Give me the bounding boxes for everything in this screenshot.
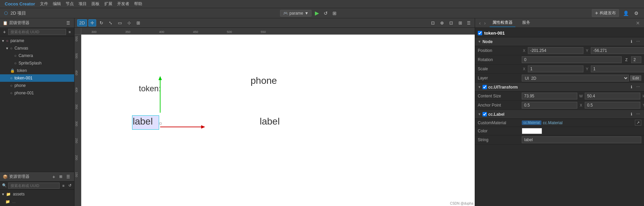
tree-item-camera[interactable]: ▶ ○ Camera xyxy=(0,52,74,59)
assets-menu-button[interactable]: ☰ xyxy=(65,173,71,180)
hierarchy-search-input[interactable] xyxy=(8,29,66,35)
uitransform-checkbox[interactable] xyxy=(482,85,487,89)
refresh-button[interactable]: ↺ xyxy=(322,10,329,17)
anchor-x-input[interactable] xyxy=(522,102,577,109)
cclabel-info-button[interactable]: ℹ xyxy=(629,111,634,117)
node-enable-checkbox[interactable] xyxy=(478,31,482,35)
scene-dropdown[interactable]: 🎮 parame ▼ xyxy=(280,10,312,17)
position-x-input[interactable] xyxy=(528,47,583,54)
content-size-label: Content Size xyxy=(478,94,522,98)
scene-settings-3[interactable]: ⊡ xyxy=(447,19,455,26)
assets-filter-button[interactable]: ≡ xyxy=(61,183,66,188)
gizmo-x-arrow[interactable] xyxy=(158,122,206,132)
tree-item-assets-sub[interactable]: 📁 ... xyxy=(0,198,74,205)
tab-properties[interactable]: 属性检查器 xyxy=(490,19,515,27)
parame-icon: ○ xyxy=(6,39,8,43)
inspector-forward-button[interactable]: › xyxy=(483,20,487,26)
anchor-point-label: Anchor Point xyxy=(478,103,522,108)
inspector-back-button[interactable]: ‹ xyxy=(478,20,482,26)
scene-canvas[interactable]: 300 350 400 450 500 550 550 500 450 400 … xyxy=(74,28,475,206)
scale-y-input[interactable] xyxy=(591,65,644,72)
assets-list-button[interactable]: ⊞ xyxy=(58,173,64,180)
anchor-x-suffix[interactable]: X xyxy=(579,103,583,107)
menu-node[interactable]: 节点 xyxy=(64,0,76,7)
rotate-tool-button[interactable]: ↻ xyxy=(98,19,105,26)
position-x-suffix[interactable]: X xyxy=(522,49,527,53)
build-publish-button[interactable]: ✈ 构建发布 xyxy=(592,9,619,17)
layout-button[interactable]: ⊞ xyxy=(331,10,338,17)
tab-services[interactable]: 服务 xyxy=(519,19,533,27)
tree-item-spritesplash[interactable]: ▶ ○ SpriteSplash xyxy=(0,59,74,67)
menu-developer[interactable]: 开发者 xyxy=(115,0,131,7)
hierarchy-menu-button[interactable]: ☰ xyxy=(65,20,71,26)
menu-extend[interactable]: 扩展 xyxy=(102,0,114,7)
label-node-selected[interactable]: label xyxy=(133,116,153,127)
menu-help[interactable]: 帮助 xyxy=(132,0,144,7)
uitransform-info-button[interactable]: ℹ xyxy=(629,84,634,90)
rotation-label: Rotation xyxy=(478,57,522,62)
tree-item-assets[interactable]: ▼ 📁 assets xyxy=(0,190,74,198)
content-size-h-input[interactable] xyxy=(585,93,640,99)
user-button[interactable]: 👤 xyxy=(622,10,630,17)
string-input[interactable] xyxy=(522,136,641,143)
layer-edit-button[interactable]: Edit xyxy=(630,75,641,81)
mode-2d-button[interactable]: 2D xyxy=(77,19,87,26)
uitransform-more-button[interactable]: ⋯ xyxy=(635,84,641,90)
rotation-input[interactable] xyxy=(522,56,622,63)
menu-file[interactable]: 文件 xyxy=(38,0,50,7)
scale-y-suffix[interactable]: Y xyxy=(585,67,589,71)
play-button[interactable]: ▶ xyxy=(314,9,320,17)
label-node-right[interactable]: label xyxy=(260,116,280,127)
uitransform-section-header[interactable]: ▼ cc.UITransform ℹ ⋯ xyxy=(475,83,644,92)
assets-add-button[interactable]: + xyxy=(51,173,57,180)
scale-x-suffix[interactable]: X xyxy=(522,67,527,71)
hierarchy-list-icon[interactable]: ≡ xyxy=(67,29,72,35)
hierarchy-title: 层级管理器 xyxy=(9,20,29,26)
scale-x-input[interactable] xyxy=(528,65,583,72)
node-section-header[interactable]: ▼ Node ℹ ⋯ xyxy=(475,37,644,46)
scale-tool-button[interactable]: ⤡ xyxy=(107,19,114,26)
ruler-mark-400-v: 400 xyxy=(75,87,78,92)
scene-settings-2[interactable]: ⊕ xyxy=(438,19,446,26)
tree-item-token[interactable]: ▶ 🔒 token xyxy=(0,67,74,74)
content-size-h-suffix[interactable]: H xyxy=(642,94,644,98)
content-size-w-suffix[interactable]: W xyxy=(579,94,583,98)
rect-tool-button[interactable]: ▭ xyxy=(116,19,124,26)
tree-item-phone-001[interactable]: ▶ ○ phone-001 xyxy=(0,89,74,97)
cclabel-section-header[interactable]: ▼ cc.Label ℹ ⋯ xyxy=(475,110,644,119)
scene-settings-4[interactable]: ⊞ xyxy=(456,19,464,26)
anchor-y-input[interactable] xyxy=(585,102,640,109)
canvas-content[interactable]: token: phone label label xyxy=(81,35,475,206)
tree-item-parame[interactable]: ▼ ○ parame xyxy=(0,37,74,44)
node-more-button[interactable]: ⋯ xyxy=(635,39,641,44)
scene-menu-button[interactable]: ☰ xyxy=(466,20,472,26)
position-y-suffix[interactable]: Y xyxy=(585,49,589,53)
cclabel-checkbox[interactable] xyxy=(482,112,487,116)
inspector-close-button[interactable]: ✕ xyxy=(635,20,641,26)
menu-project[interactable]: 项目 xyxy=(77,0,89,7)
tree-item-phone[interactable]: ▶ ○ phone xyxy=(0,82,74,89)
add-node-button[interactable]: + xyxy=(2,29,7,35)
tree-item-canvas[interactable]: ▼ ○ Canvas xyxy=(0,44,74,52)
assets-refresh-button[interactable]: ↺ xyxy=(67,183,73,188)
snap-tool-button[interactable]: ⊞ xyxy=(134,19,142,26)
transform-tool-button[interactable]: ⊹ xyxy=(125,19,133,26)
tree-item-token-001[interactable]: ▶ ○ token-001 xyxy=(0,74,74,82)
scene-settings-1[interactable]: ⊡ xyxy=(429,19,437,26)
anchor-y-suffix[interactable]: Y xyxy=(642,103,644,107)
cclabel-more-button[interactable]: ⋯ xyxy=(635,111,641,117)
menu-panel[interactable]: 面板 xyxy=(89,0,102,7)
node-info-button[interactable]: ℹ xyxy=(629,39,634,44)
assets-sub-label: ... xyxy=(12,199,16,204)
cc-material-link-button[interactable]: ↗ xyxy=(635,120,641,126)
color-swatch[interactable] xyxy=(522,128,542,134)
settings-button[interactable]: ⚙ xyxy=(633,10,640,17)
assets-search-input[interactable] xyxy=(8,183,60,189)
rotation-z-input[interactable] xyxy=(631,56,641,63)
menu-edit[interactable]: 编辑 xyxy=(51,0,63,7)
position-y-input[interactable] xyxy=(591,47,644,54)
move-tool-button[interactable]: ✛ xyxy=(88,19,96,26)
layer-select[interactable]: UI_2D xyxy=(522,75,629,81)
gizmo-y-arrow[interactable] xyxy=(155,75,165,116)
content-size-w-input[interactable] xyxy=(522,93,577,99)
